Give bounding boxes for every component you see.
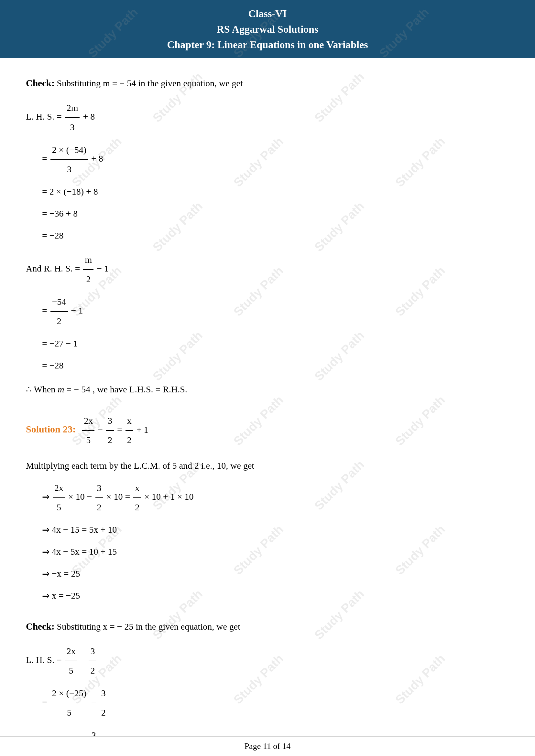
therefore-symbol: ∴ When m = − 54 , we have L.H.S. = R.H.S… (26, 384, 187, 394)
lhs-plus8: + 8 (83, 112, 95, 122)
sol23-frac3: x 2 (126, 412, 133, 449)
sol23-frac1: 2x 5 (82, 412, 95, 449)
header-line2: RS Aggarwal Solutions (0, 21, 535, 37)
header-line3: Chapter 9: Linear Equations in one Varia… (0, 37, 535, 52)
page-footer: Page 11 of 14 (0, 736, 535, 756)
page-header: Class-VI RS Aggarwal Solutions Chapter 9… (0, 0, 535, 58)
lhs-step1-denominator: 3 (65, 160, 73, 179)
check2-intro-text: Substituting x = − 25 in the given equat… (57, 622, 240, 632)
sol23-step2: ⇒ 4x − 5x = 10 + 15 (26, 543, 509, 561)
check2-lhs-frac2: 3 2 (89, 642, 97, 680)
sol23-step4: ⇒ x = −25 (26, 587, 509, 605)
sol23-step3-text: ⇒ −x = 25 (42, 569, 80, 579)
rhs-step1-denominator: 2 (55, 312, 63, 331)
rhs-minus1: − 1 (97, 264, 109, 274)
check-section-2: Check: Substituting x = − 25 in the give… (26, 618, 509, 756)
rhs-step2-text: = −27 − 1 (42, 338, 78, 348)
check2-step1-frac2: 3 2 (99, 684, 107, 722)
solution23-heading-line: Solution 23: 2x 5 − 3 2 = x 2 + 1 (26, 412, 509, 449)
check2-lhs-step1: = 2 × (−25) 5 − 3 2 (26, 684, 509, 722)
lhs-step2-text: = 2 × (−18) + 8 (42, 186, 98, 197)
solution23-multiplying: Multiplying each term by the L.C.M. of 5… (26, 457, 509, 475)
rhs-step1: = −54 2 − 1 (26, 292, 509, 331)
header-line1: Class-VI (0, 6, 535, 21)
check-section-1: Check: Substituting m = − 54 in the give… (26, 74, 509, 398)
check2-lhs-block: L. H. S. = 2x 5 − 3 2 (26, 642, 509, 680)
rhs-step1-minus1: − 1 (71, 306, 83, 316)
lhs-fraction-numerator: 2m (65, 98, 80, 118)
lhs-step1-fraction: 2 × (−54) 3 (50, 141, 88, 179)
lhs-step3: = −36 + 8 (26, 204, 509, 223)
lhs-main-fraction: 2m 3 (65, 98, 80, 137)
lhs-step1-numerator: 2 × (−54) (50, 141, 88, 160)
sol23-ms-frac3: x 2 (133, 479, 141, 517)
lhs-fraction-denominator: 3 (69, 118, 76, 137)
rhs-step1-numerator: −54 (50, 292, 68, 312)
solution-23-section: Solution 23: 2x 5 − 3 2 = x 2 + 1 (26, 412, 509, 605)
sol23-step1-text: ⇒ 4x − 15 = 5x + 10 (42, 525, 117, 535)
check-intro-text: Substituting m = − 54 in the given equat… (57, 78, 243, 88)
check2-step1-frac1: 2 × (−25) 5 (50, 684, 88, 722)
lhs-step1-plus8: + 8 (91, 154, 103, 164)
check2-intro: Check: Substituting x = − 25 in the give… (26, 618, 509, 635)
rhs-block: And R. H. S. = m 2 − 1 (26, 251, 509, 289)
check2-lhs-frac1: 2x 5 (65, 642, 77, 680)
rhs-step2: = −27 − 1 (26, 335, 509, 353)
sol23-step4-text: ⇒ x = −25 (42, 590, 80, 601)
lhs-step4: = −28 (26, 227, 509, 245)
page-number: Page 11 of 14 (244, 742, 291, 751)
lhs-step1: = 2 × (−54) 3 + 8 (26, 141, 509, 179)
rhs-main-fraction: m 2 (83, 251, 94, 289)
lhs-step4-text: = −28 (42, 230, 64, 240)
main-content: Check: Substituting m = − 54 in the give… (0, 58, 535, 756)
rhs-fraction-numerator: m (83, 251, 94, 270)
rhs-label: And R. H. S. = (26, 264, 82, 274)
rhs-fraction-denominator: 2 (84, 270, 92, 289)
check-intro: Check: Substituting m = − 54 in the give… (26, 74, 509, 92)
rhs-step3-text: = −28 (42, 361, 64, 370)
rhs-step1-fraction: −54 2 (50, 292, 68, 331)
lhs-step1-eq: = (42, 154, 49, 164)
lhs-block: L. H. S. = 2m 3 + 8 (26, 98, 509, 137)
check2-label: Check: (26, 621, 55, 632)
lhs-step3-text: = −36 + 8 (42, 208, 78, 219)
lhs-label: L. H. S. = (26, 112, 64, 122)
rhs-step3: = −28 (26, 357, 509, 375)
sol23-step1: ⇒ 4x − 15 = 5x + 10 (26, 521, 509, 539)
sol23-step3: ⇒ −x = 25 (26, 565, 509, 583)
sol23-ms-frac2: 3 2 (96, 479, 103, 517)
sol23-multiply-step: ⇒ 2x 5 × 10 − 3 2 × 10 = x 2 × 10 + 1 × … (26, 479, 509, 517)
conclusion: ∴ When m = − 54 , we have L.H.S. = R.H.S… (26, 380, 509, 398)
solution23-label: Solution 23: (26, 424, 76, 435)
lhs-step2: = 2 × (−18) + 8 (26, 183, 509, 201)
check2-lhs-label: L. H. S. = (26, 655, 64, 665)
check-label: Check: (26, 78, 55, 88)
sol23-frac2: 3 2 (106, 412, 114, 449)
sol23-ms-frac1: 2x 5 (53, 479, 65, 517)
solution23-equation: 2x 5 − 3 2 = x 2 + 1 (81, 425, 148, 435)
rhs-step1-eq: = (42, 306, 49, 316)
sol23-step2-text: ⇒ 4x − 5x = 10 + 15 (42, 547, 117, 556)
